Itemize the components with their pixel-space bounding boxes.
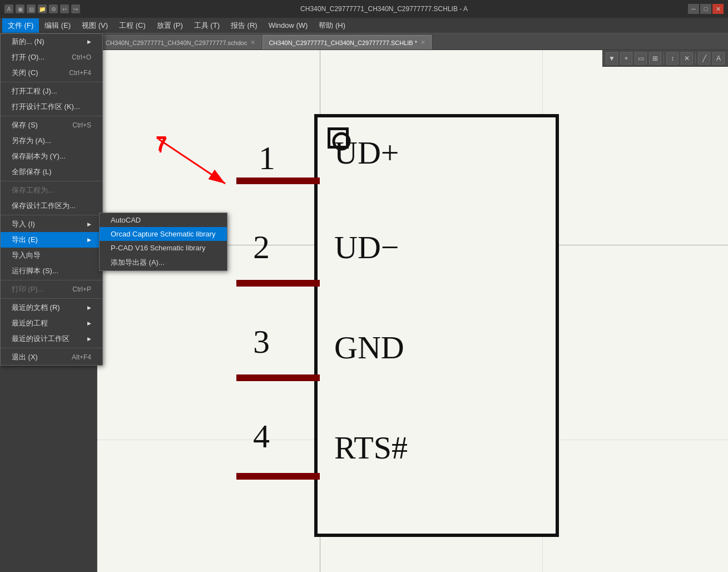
file-menu-save[interactable]: 保存 (S) Ctrl+S <box>1 117 102 133</box>
file-menu-open-workspace-label: 打开设计工作区 (K)... <box>12 102 80 112</box>
menu-view[interactable]: 视图 (V) <box>76 18 113 33</box>
file-menu-recent-workspaces-label: 最近的设计工作区 <box>12 334 70 344</box>
window-title: CH340N_C29777771_CH340N_C29777777.SCHLIB… <box>300 5 468 13</box>
close-button[interactable]: ✕ <box>712 4 724 14</box>
file-menu-print-label: 打印 (P)... <box>12 284 44 294</box>
file-menu-exit[interactable]: 退出 (X) Alt+F4 <box>1 349 102 365</box>
file-menu-saveas-label: 另存为 (A)... <box>12 136 51 146</box>
toolbar-line-btn[interactable]: ╱ <box>698 52 710 65</box>
file-menu-run-script[interactable]: 运行脚本 (S)... <box>1 263 102 279</box>
undo-icon[interactable]: ↩ <box>60 4 69 13</box>
maximize-button[interactable]: □ <box>700 4 711 14</box>
file-menu-save-workspace-label: 保存设计工作区为... <box>12 201 76 211</box>
tab-schlib-close[interactable]: ✕ <box>420 39 425 46</box>
menu-help[interactable]: 帮助 (H) <box>313 18 351 33</box>
menu-project[interactable]: 工程 (C) <box>113 18 151 33</box>
file-dropdown: 新的... (N) 打开 (O)... Ctrl+O 关闭 (C) Ctrl+F… <box>0 33 103 366</box>
tab-schlib[interactable]: CH340N_C29777771_CH340N_C29777777.SCHLIB… <box>263 35 432 50</box>
file-menu-import-wizard[interactable]: 导入向导 <box>1 248 102 263</box>
app-icon: A <box>4 4 13 13</box>
file-menu-recent-docs-label: 最近的文档 (R) <box>12 303 60 313</box>
menu-edit[interactable]: 编辑 (E) <box>39 18 76 33</box>
minimize-button[interactable]: ─ <box>688 4 699 14</box>
toolbar-sep-1 <box>663 53 664 63</box>
file-menu-save-label: 保存 (S) <box>12 120 38 130</box>
file-menu-export[interactable]: 导出 (E) <box>1 232 102 248</box>
menu-tools[interactable]: 工具 (T) <box>189 18 225 33</box>
file-menu-saveall[interactable]: 全部保存 (L) <box>1 164 102 180</box>
toolbar-delete-btn[interactable]: ✕ <box>681 52 693 65</box>
component-box: UD+ UD− GND RTS# <box>314 114 559 537</box>
pin-dot-4 <box>236 474 241 479</box>
file-menu-savecopy-label: 保存副本为 (Y)... <box>12 151 66 161</box>
pin-number-3: 3 <box>253 323 270 361</box>
menu-place[interactable]: 放置 (P) <box>151 18 189 33</box>
file-menu-open-project-label: 打开工程 (J)... <box>12 86 57 96</box>
export-autocad-label: AutoCAD <box>111 216 141 224</box>
file-menu-exit-label: 退出 (X) <box>12 352 38 362</box>
toolbar-box-btn[interactable]: ▭ <box>635 52 647 65</box>
sep-6 <box>1 298 102 299</box>
file-menu-recent-projects[interactable]: 最近的工程 <box>1 315 102 331</box>
file-menu-import-label: 导入 (I) <box>12 219 35 229</box>
tab-schdoc-label: CH340N_C29777771_CH340N_C29777777.schdoc <box>106 40 247 46</box>
toolbar-move-btn[interactable]: ↕ <box>666 52 679 65</box>
sep-3 <box>1 181 102 181</box>
toolbar-text-btn[interactable]: A <box>712 52 725 65</box>
file-menu-saveas[interactable]: 另存为 (A)... <box>1 133 102 149</box>
file-menu-open-workspace[interactable]: 打开设计工作区 (K)... <box>1 99 102 115</box>
file-menu-recent-docs[interactable]: 最近的文档 (R) <box>1 300 102 315</box>
file-menu-close[interactable]: 关闭 (C) Ctrl+F4 <box>1 65 102 81</box>
menu-bar: 文件 (F) 编辑 (E) 视图 (V) 工程 (C) 放置 (P) 工具 (T… <box>0 18 728 33</box>
file-menu-save-project: 保存工程为... <box>1 183 102 198</box>
schematic-canvas[interactable]: UD+ UD− GND RTS# 1 2 3 4 <box>97 50 728 572</box>
menu-file[interactable]: 文件 (F) <box>2 18 39 33</box>
label-ud-plus: UD+ <box>334 134 399 171</box>
file-menu-open-shortcut: Ctrl+O <box>72 53 91 61</box>
file-menu-new[interactable]: 新的... (N) <box>1 34 102 50</box>
sep-7 <box>1 348 102 348</box>
sep-1 <box>1 82 102 82</box>
toolbar-sep-2 <box>695 53 696 63</box>
redo-icon[interactable]: ↪ <box>71 4 80 13</box>
toolbar: ▼ + ▭ ⊞ ↕ ✕ ╱ A <box>602 50 728 67</box>
label-gnd: GND <box>334 329 404 366</box>
file-menu-saveall-label: 全部保存 (L) <box>12 167 52 177</box>
file-menu-save-project-label: 保存工程为... <box>12 185 54 195</box>
sep-2 <box>1 116 102 116</box>
tab-schdoc-close[interactable]: ✕ <box>250 39 255 46</box>
window-controls: ─ □ ✕ <box>688 4 724 14</box>
export-orcad[interactable]: Orcad Capture Schematic library <box>100 227 227 241</box>
content-area: CH340N_C29777771_CH340N_C29777777.schdoc… <box>97 33 728 572</box>
icon-2[interactable]: ▤ <box>27 4 36 13</box>
pin-stub-2 <box>236 280 320 287</box>
toolbar-align-btn[interactable]: ⊞ <box>649 52 661 65</box>
export-autocad[interactable]: AutoCAD <box>100 213 227 227</box>
tab-schdoc[interactable]: CH340N_C29777771_CH340N_C29777777.schdoc… <box>100 35 261 50</box>
toolbar-add-btn[interactable]: + <box>620 52 632 65</box>
file-menu-close-label: 关闭 (C) <box>12 68 38 78</box>
export-add[interactable]: 添加导出器 (A)... <box>100 255 227 270</box>
export-pcad[interactable]: P-CAD V16 Schematic library <box>100 241 227 255</box>
file-menu-save-workspace[interactable]: 保存设计工作区为... <box>1 198 102 214</box>
file-menu-savecopy[interactable]: 保存副本为 (Y)... <box>1 149 102 164</box>
svg-line-2 <box>159 139 225 184</box>
icon-4[interactable]: ⚙ <box>49 4 58 13</box>
file-menu-recent-workspaces[interactable]: 最近的设计工作区 <box>1 331 102 347</box>
pin-number-1: 1 <box>259 139 275 177</box>
menu-window[interactable]: Window (W) <box>263 19 314 32</box>
file-menu-close-shortcut: Ctrl+F4 <box>69 69 91 77</box>
icon-1[interactable]: ▣ <box>16 4 24 13</box>
file-menu-new-label: 新的... (N) <box>12 37 44 47</box>
icon-3[interactable]: 📁 <box>38 4 47 13</box>
file-menu-import[interactable]: 导入 (I) <box>1 216 102 232</box>
tab-schlib-label: CH340N_C29777771_CH340N_C29777777.SCHLIB… <box>269 40 417 46</box>
export-pcad-label: P-CAD V16 Schematic library <box>111 244 206 252</box>
file-menu-open-project[interactable]: 打开工程 (J)... <box>1 83 102 99</box>
pin-stub-4 <box>236 473 320 480</box>
toolbar-filter-btn[interactable]: ▼ <box>606 52 618 65</box>
menu-report[interactable]: 报告 (R) <box>225 18 263 33</box>
file-menu-open[interactable]: 打开 (O)... Ctrl+O <box>1 50 102 65</box>
tab-bar: CH340N_C29777771_CH340N_C29777777.schdoc… <box>97 33 728 50</box>
file-menu-save-shortcut: Ctrl+S <box>72 121 91 129</box>
